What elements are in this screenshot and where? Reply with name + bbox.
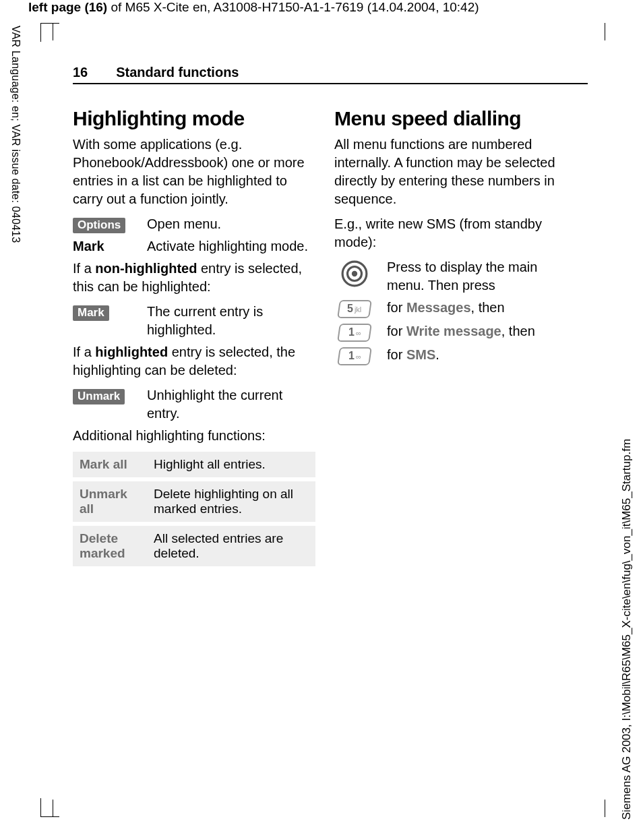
table-key: Delete marked [73,524,147,568]
step-desc: Press to display the main menu. Then pre… [387,258,577,295]
running-head: 16 Standard functions [73,65,588,84]
cropmark-icon [605,800,605,817]
def-desc: The current entry is highlighted. [147,303,315,339]
softkey-chip: Unmark [73,389,125,404]
header-rest: of M65 X-Cite en, A31008-H7150-A1-1-7619… [107,0,479,14]
table-val: All selected entries are deleted. [147,524,315,568]
nav-key-icon [334,258,375,288]
intro-paragraph: With some applications (e.g. Phonebook/A… [73,136,315,208]
right-margin-note: Siemens AG 2003, I:\Mobil\R65\M65_X-cite… [620,334,634,820]
table-key: Mark all [73,452,147,479]
section-title: Standard functions [116,65,239,80]
table-row: Mark all Highlight all entries. [73,452,315,479]
page-meta-header: left page (16) of M65 X-Cite en, A31008-… [28,0,479,15]
page-body: 16 Standard functions Highlighting mode … [73,65,588,570]
cropmark-icon [53,23,53,40]
key-5-icon: 5jkl [334,299,375,318]
header-bold: left page (16) [28,0,107,14]
def-row-unmark: Unmark Unhighlight the current entry. [73,386,315,423]
svg-point-2 [352,271,357,276]
paragraph-highlighted: If a highlighted entry is selected, the … [73,343,315,380]
step-row-1a: 1∞ for Write message, then [334,322,577,342]
def-row-mark: Mark Activate highlighting mode. [73,237,315,256]
step-desc: for Write message, then [387,322,577,340]
heading-highlighting-mode: Highlighting mode [73,107,315,130]
cropmark-icon [40,23,59,42]
speed-p2: E.g., write new SMS (from standby mode): [334,215,577,251]
cropmark-icon [605,23,605,40]
cropmark-icon [40,798,59,817]
def-row-options: Options Open menu. [73,215,315,233]
left-column: Highlighting mode With some applications… [73,107,315,570]
right-column: Menu speed dialling All menu functions a… [334,107,577,570]
page-number: 16 [73,65,88,80]
table-key: Unmark all [73,479,147,524]
step-desc: for Messages, then [387,299,577,317]
key-1-icon: 1∞ [334,322,375,342]
softkey-chip: Options [73,218,125,233]
def-row-mark-current: Mark The current entry is highlighted. [73,303,315,339]
def-label: Mark [73,237,135,256]
cropmark-icon [53,800,53,817]
step-row-nav: Press to display the main menu. Then pre… [334,258,577,295]
key-1-icon: 1∞ [334,346,375,365]
paragraph-non-highlighted: If a non-highlighted entry is selected, … [73,260,315,296]
step-desc: for SMS. [387,346,577,364]
step-row-5: 5jkl for Messages, then [334,299,577,318]
table-row: Delete marked All selected entries are d… [73,524,315,568]
speed-p1: All menu functions are numbered internal… [334,136,577,208]
left-margin-note: VAR Language: en; VAR issue date: 040413 [9,26,22,268]
table-row: Unmark all Delete highlighting on all ma… [73,479,315,524]
softkey-chip: Mark [73,305,109,321]
heading-speed-dialling: Menu speed dialling [334,107,577,130]
table-val: Delete highlighting on all marked entrie… [147,479,315,524]
step-row-1b: 1∞ for SMS. [334,346,577,365]
functions-table: Mark all Highlight all entries. Unmark a… [73,452,315,570]
def-desc: Unhighlight the current entry. [147,386,315,423]
table-val: Highlight all entries. [147,452,315,479]
def-desc: Open menu. [147,215,315,233]
def-desc: Activate highlighting mode. [147,237,315,256]
paragraph-additional: Additional highlighting functions: [73,427,315,445]
